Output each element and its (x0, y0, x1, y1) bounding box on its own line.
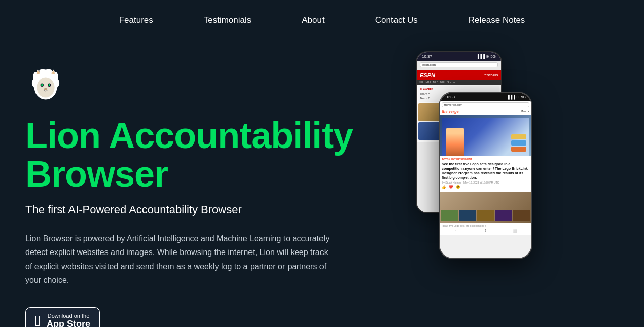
svg-point-2 (37, 78, 54, 98)
app-store-text: Download on the App Store (47, 313, 90, 327)
hero-section: Lion Accountability Browser The first AI… (25, 56, 380, 327)
nav-about[interactable]: About (292, 10, 334, 30)
logo (25, 66, 380, 117)
nav-release-notes[interactable]: Release Notes (458, 10, 535, 30)
svg-point-7 (44, 88, 47, 90)
phone-mockups: 10:37 ▐▐▐ ⊙ 5G espn.com ESPN ☰ SCORES NF… (380, 51, 532, 264)
download-label: Download on the (47, 313, 90, 319)
main-nav: Features Testimonials About Contact Us R… (0, 0, 644, 41)
nav-features[interactable]: Features (109, 10, 163, 30)
hero-title: Lion Accountability Browser (25, 117, 380, 193)
app-store-button[interactable]:  Download on the App Store (25, 307, 100, 327)
phone-screen-verge: 10:38 ▐▐▐ ⊙ 5G theverge.com the verge Me… (440, 93, 531, 258)
store-name: App Store (47, 319, 90, 327)
svg-point-5 (41, 84, 43, 86)
svg-point-6 (49, 84, 50, 86)
nav-testimonials[interactable]: Testimonials (194, 10, 262, 30)
hero-subtitle: The first AI-Powered Accountability Brow… (25, 203, 380, 216)
hero-description: Lion Browser is powered by Artificial In… (25, 232, 330, 287)
nav-contact[interactable]: Contact Us (365, 10, 428, 30)
main-content: Lion Accountability Browser The first AI… (0, 41, 644, 327)
phone-front: 10:38 ▐▐▐ ⊙ 5G theverge.com the verge Me… (439, 92, 532, 259)
apple-icon:  (35, 313, 41, 327)
